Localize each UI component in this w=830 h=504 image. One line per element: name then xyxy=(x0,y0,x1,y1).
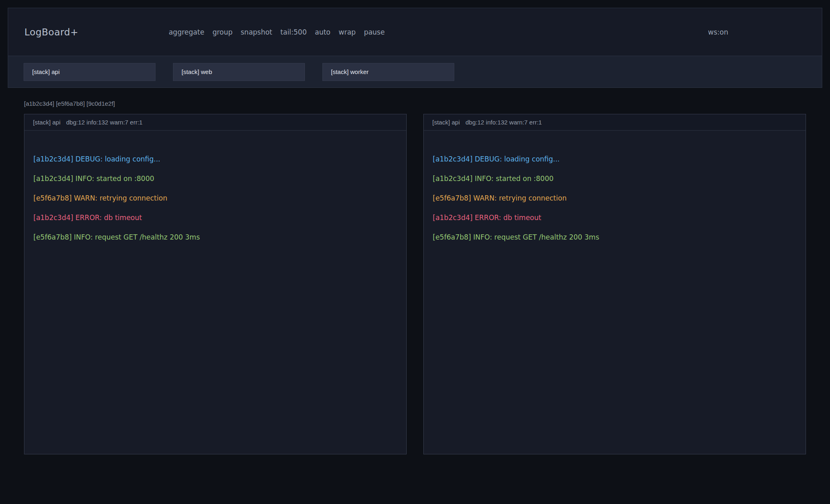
log-panel-right-body: [a1b2c3d4] DEBUG: loading config... [a1b… xyxy=(424,131,806,454)
toolbar-item-group[interactable]: group xyxy=(212,28,232,36)
log-panel-left-stats: dbg:12 info:132 warn:7 err:1 xyxy=(66,119,143,126)
log-line: [a1b2c3d4] DEBUG: loading config... xyxy=(433,149,797,169)
log-line: [a1b2c3d4] INFO: started on :8000 xyxy=(33,169,397,188)
request-ids-line: [a1b2c3d4] [e5f6a7b8] [9c0d1e2f] xyxy=(24,100,822,107)
stack-tab-worker-label: [stack] worker xyxy=(331,68,369,75)
log-line: [e5f6a7b8] INFO: request GET /healthz 20… xyxy=(433,227,797,247)
toolbar-item-auto[interactable]: auto xyxy=(315,28,331,36)
stack-tab-api-label: [stack] api xyxy=(32,68,60,75)
log-panels: [stack] api dbg:12 info:132 warn:7 err:1… xyxy=(24,114,806,454)
stack-tab-web[interactable]: [stack] web xyxy=(173,63,305,81)
log-line: [a1b2c3d4] ERROR: db timeout xyxy=(33,208,397,227)
log-panel-right-title: [stack] api xyxy=(432,119,460,126)
log-panel-right: [stack] api dbg:12 info:132 warn:7 err:1… xyxy=(423,114,806,454)
log-panel-right-stats: dbg:12 info:132 warn:7 err:1 xyxy=(466,119,542,126)
log-panel-right-header: [stack] api dbg:12 info:132 warn:7 err:1 xyxy=(424,114,806,131)
toolbar-item-pause[interactable]: pause xyxy=(364,28,385,36)
app-shell: LogBoard+ aggregate group snapshot tail:… xyxy=(8,8,822,88)
app-title: LogBoard+ xyxy=(24,27,78,37)
stack-tab-api[interactable]: [stack] api xyxy=(24,63,155,81)
log-line: [a1b2c3d4] DEBUG: loading config... xyxy=(33,149,397,169)
stack-tab-web-label: [stack] web xyxy=(182,68,212,75)
stack-tabs-row: [stack] api [stack] web [stack] worker xyxy=(8,56,822,87)
log-line: [e5f6a7b8] WARN: retrying connection xyxy=(33,188,397,208)
log-panel-left-body: [a1b2c3d4] DEBUG: loading config... [a1b… xyxy=(24,131,406,454)
log-line: [a1b2c3d4] INFO: started on :8000 xyxy=(433,169,797,188)
toolbar-item-aggregate[interactable]: aggregate xyxy=(169,28,204,36)
topbar: LogBoard+ aggregate group snapshot tail:… xyxy=(8,8,822,56)
log-panel-left-header: [stack] api dbg:12 info:132 warn:7 err:1 xyxy=(24,114,406,131)
toolbar-item-snapshot[interactable]: snapshot xyxy=(241,28,272,36)
toolbar: aggregate group snapshot tail:500 auto w… xyxy=(169,28,385,36)
log-line: [e5f6a7b8] INFO: request GET /healthz 20… xyxy=(33,227,397,247)
log-line: [e5f6a7b8] WARN: retrying connection xyxy=(433,188,797,208)
log-panel-left: [stack] api dbg:12 info:132 warn:7 err:1… xyxy=(24,114,407,454)
page: LogBoard+ aggregate group snapshot tail:… xyxy=(0,0,830,504)
log-panel-left-title: [stack] api xyxy=(33,119,61,126)
toolbar-item-tail[interactable]: tail:500 xyxy=(280,28,307,36)
stack-tab-worker[interactable]: [stack] worker xyxy=(322,63,454,81)
ws-status-badge: ws:on xyxy=(708,28,728,36)
log-line: [a1b2c3d4] ERROR: db timeout xyxy=(433,208,797,227)
toolbar-item-wrap[interactable]: wrap xyxy=(339,28,356,36)
